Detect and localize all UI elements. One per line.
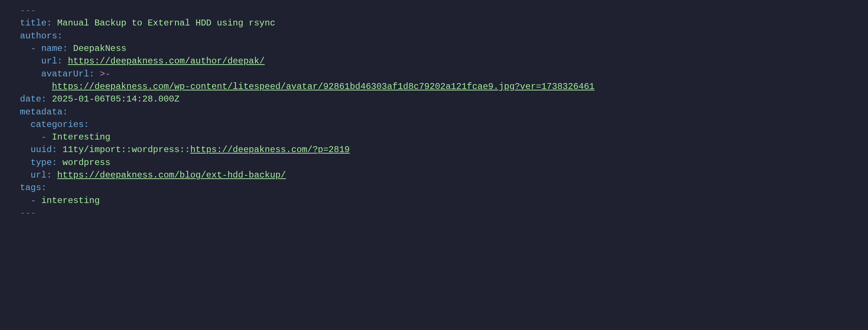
author-avatar-key-line: avatarUrl: >- [20,68,864,80]
categories-line: categories: [20,118,864,131]
metadata-line: metadata: [20,106,864,118]
author-avatar-link[interactable]: https://deepakness.com/wp-content/litesp… [52,82,594,92]
tag-item-line: - interesting [20,195,864,207]
code-editor: --- title: Manual Backup to External HDD… [0,0,868,227]
author-name-line: - name: DeepakNess [20,42,864,55]
meta-url-line: url: https://deepakness.com/blog/ext-hdd… [20,169,864,182]
authors-line: authors: [20,30,864,42]
author-url-link[interactable]: https://deepakness.com/author/deepak/ [68,56,265,66]
uuid-link[interactable]: https://deepakness.com/?p=2819 [190,145,350,155]
category-item-line: - Interesting [20,131,864,144]
author-url-line: url: https://deepakness.com/author/deepa… [20,55,864,68]
frontmatter-open: --- [20,4,864,17]
frontmatter-close: --- [20,207,864,220]
type-line: type: wordpress [20,157,864,169]
meta-url-link[interactable]: https://deepakness.com/blog/ext-hdd-back… [57,170,286,180]
title-line: title: Manual Backup to External HDD usi… [20,17,864,30]
author-avatar-url-line: https://deepakness.com/wp-content/litesp… [20,80,864,93]
tags-line: tags: [20,182,864,194]
uuid-line: uuid: 11ty/import::wordpress::https://de… [20,144,864,156]
date-line: date: 2025-01-06T05:14:28.000Z [20,93,864,106]
